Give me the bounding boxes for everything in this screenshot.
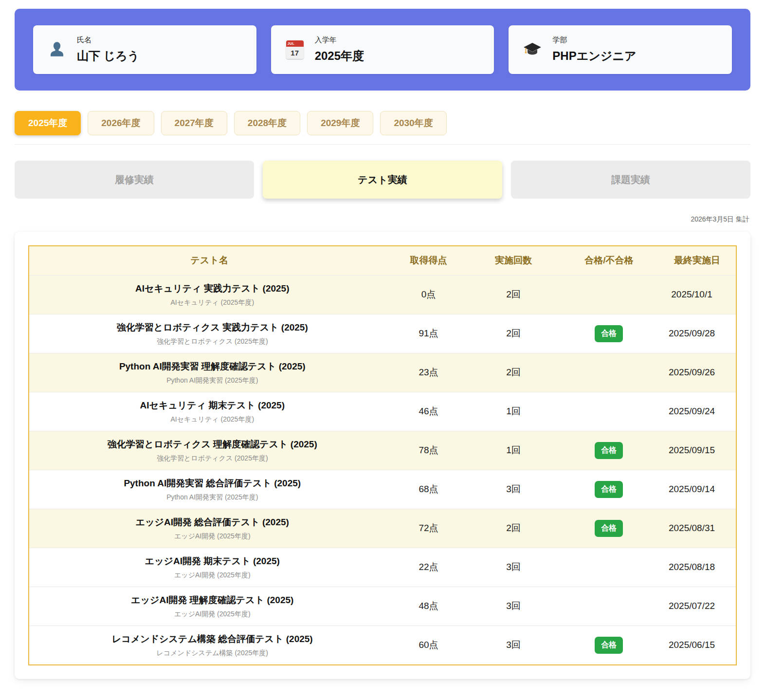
attempts-cell: 2回 [467,314,559,353]
last-date-cell: 2025/10/1 [658,275,736,314]
test-name-cell: エッジAI開発 期末テスト (2025)エッジAI開発 (2025年度) [29,548,390,587]
test-name-cell: 強化学習とロボティクス 理解度確認テスト (2025)強化学習とロボティクス (… [29,431,390,470]
year-tab-2030[interactable]: 2030年度 [380,111,446,135]
name-label: 氏名 [77,36,139,45]
score-cell: 48点 [390,587,468,626]
department-label: 学部 [552,36,636,45]
student-name-value: 山下 じろう [77,48,139,64]
pass-fail-cell [560,548,659,587]
department-card: 学部 PHPエンジニア [509,25,732,74]
attempts-cell: 3回 [467,587,559,626]
score-cell: 78点 [390,431,468,470]
test-subtitle: AIセキュリティ (2025年度) [40,415,385,424]
test-title: AIセキュリティ 実践力テスト (2025) [40,282,385,295]
column-header-attempts: 実施回数 [467,246,559,275]
test-title: 強化学習とロボティクス 実践力テスト (2025) [40,321,385,334]
pass-fail-cell [560,275,659,314]
calendar-icon: JUL 17 [285,40,305,59]
test-title: 強化学習とロボティクス 理解度確認テスト (2025) [40,438,385,451]
student-info-banner: 氏名 山下 じろう JUL 17 入学年 2025年度 [15,9,750,91]
table-row: Python AI開発実習 総合評価テスト (2025)Python AI開発実… [29,470,736,509]
test-subtitle: エッジAI開発 (2025年度) [40,610,385,619]
test-title: エッジAI開発 総合評価テスト (2025) [40,516,385,529]
test-subtitle: レコメンドシステム構築 (2025年度) [40,649,385,658]
tab-course-results[interactable]: 履修実績 [15,161,254,199]
last-date-cell: 2025/06/15 [658,626,736,665]
score-cell: 91点 [390,314,468,353]
score-cell: 68点 [390,470,468,509]
table-row: エッジAI開発 総合評価テスト (2025)エッジAI開発 (2025年度)72… [29,509,736,548]
test-name-cell: Python AI開発実習 理解度確認テスト (2025)Python AI開発… [29,353,390,392]
pass-fail-cell [560,392,659,431]
test-title: エッジAI開発 理解度確認テスト (2025) [40,594,385,607]
pass-fail-cell: 合格 [560,509,659,548]
graduation-cap-icon [522,39,543,60]
student-name-card: 氏名 山下 じろう [33,25,256,74]
score-cell: 46点 [390,392,468,431]
tab-assignment-results[interactable]: 課題実績 [511,161,750,199]
enrollment-label: 入学年 [315,36,364,45]
pass-fail-cell: 合格 [560,314,659,353]
pass-badge: 合格 [595,442,623,459]
test-subtitle: Python AI開発実習 (2025年度) [40,376,385,385]
last-date-cell: 2025/09/24 [658,392,736,431]
attempts-cell: 2回 [467,353,559,392]
table-row: エッジAI開発 期末テスト (2025)エッジAI開発 (2025年度)22点3… [29,548,736,587]
year-tab-2025[interactable]: 2025年度 [15,111,81,135]
year-tab-2028[interactable]: 2028年度 [234,111,300,135]
test-title: Python AI開発実習 理解度確認テスト (2025) [40,360,385,373]
column-header-test-name: テスト名 [29,246,390,275]
attempts-cell: 2回 [467,509,559,548]
year-tab-2029[interactable]: 2029年度 [307,111,373,135]
table-row: AIセキュリティ 実践力テスト (2025)AIセキュリティ (2025年度)0… [29,275,736,314]
score-cell: 0点 [390,275,468,314]
pass-badge: 合格 [595,520,623,537]
pass-badge: 合格 [595,481,623,498]
table-row: 強化学習とロボティクス 実践力テスト (2025)強化学習とロボティクス (20… [29,314,736,353]
attempts-cell: 3回 [467,626,559,665]
pass-badge: 合格 [595,637,623,654]
test-name-cell: AIセキュリティ 実践力テスト (2025)AIセキュリティ (2025年度) [29,275,390,314]
score-cell: 22点 [390,548,468,587]
pass-fail-cell: 合格 [560,470,659,509]
score-cell: 72点 [390,509,468,548]
test-results-table: テスト名取得得点実施回数合格/不合格最終実施日 AIセキュリティ 実践力テスト … [28,245,737,665]
test-subtitle: エッジAI開発 (2025年度) [40,571,385,580]
pass-fail-cell [560,587,659,626]
column-header-last-date: 最終実施日 [658,246,736,275]
year-tab-2027[interactable]: 2027年度 [161,111,227,135]
test-subtitle: 強化学習とロボティクス (2025年度) [40,337,385,346]
attempts-cell: 3回 [467,548,559,587]
attempts-cell: 3回 [467,470,559,509]
student-name-text: 氏名 山下 じろう [77,36,139,64]
test-name-cell: AIセキュリティ 期末テスト (2025)AIセキュリティ (2025年度) [29,392,390,431]
summary-date: 2026年3月5日 集計 [0,215,749,224]
year-tab-2026[interactable]: 2026年度 [88,111,154,135]
person-icon [47,40,67,59]
section-tabs: 履修実績テスト実績課題実績 [15,161,750,199]
pass-fail-cell: 合格 [560,431,659,470]
last-date-cell: 2025/09/14 [658,470,736,509]
test-title: Python AI開発実習 総合評価テスト (2025) [40,477,385,490]
test-title: レコメンドシステム構築 総合評価テスト (2025) [40,633,385,645]
test-name-cell: Python AI開発実習 総合評価テスト (2025)Python AI開発実… [29,470,390,509]
test-name-cell: レコメンドシステム構築 総合評価テスト (2025)レコメンドシステム構築 (2… [29,626,390,665]
last-date-cell: 2025/08/31 [658,509,736,548]
tab-test-results[interactable]: テスト実績 [263,161,502,199]
attempts-cell: 2回 [467,275,559,314]
calendar-day-label: 17 [286,47,304,59]
page: 氏名 山下 じろう JUL 17 入学年 2025年度 [0,9,765,679]
table-row: 強化学習とロボティクス 理解度確認テスト (2025)強化学習とロボティクス (… [29,431,736,470]
last-date-cell: 2025/09/28 [658,314,736,353]
pass-fail-cell [560,353,659,392]
test-results-card: テスト名取得得点実施回数合格/不合格最終実施日 AIセキュリティ 実践力テスト … [15,232,750,679]
test-subtitle: エッジAI開発 (2025年度) [40,532,385,541]
test-subtitle: AIセキュリティ (2025年度) [40,298,385,307]
last-date-cell: 2025/07/22 [658,587,736,626]
table-header-row: テスト名取得得点実施回数合格/不合格最終実施日 [29,246,736,275]
enrollment-year-value: 2025年度 [315,48,364,64]
department-value: PHPエンジニア [552,48,636,64]
pass-fail-cell: 合格 [560,626,659,665]
score-cell: 23点 [390,353,468,392]
enrollment-year-text: 入学年 2025年度 [315,36,364,64]
